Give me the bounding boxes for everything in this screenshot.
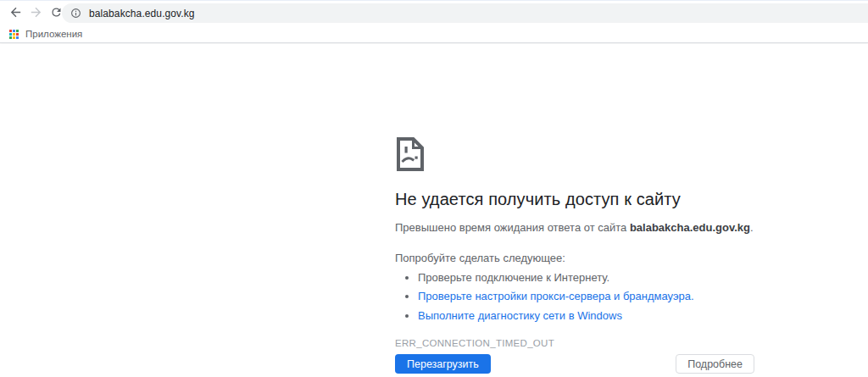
back-arrow-icon — [8, 5, 23, 23]
error-buttons-row: Перезагрузить Подробнее — [395, 354, 754, 374]
suggestion-proxy-firewall-link[interactable]: Проверьте настройки прокси-сервера и бра… — [418, 289, 754, 304]
back-button[interactable] — [6, 4, 25, 23]
browser-toolbar: balabakcha.edu.gov.kg — [0, 1, 868, 25]
address-bar[interactable]: balabakcha.edu.gov.kg — [62, 3, 868, 23]
error-domain: balabakcha.edu.gov.kg — [630, 221, 750, 234]
details-button[interactable]: Подробнее — [676, 354, 754, 374]
suggestion-heading: Попробуйте сделать следующее: — [395, 252, 754, 264]
reload-icon — [50, 6, 63, 22]
error-description-prefix: Превышено время ожидания ответа от сайта — [395, 221, 630, 234]
suggestion-network-diagnostics-link[interactable]: Выполните диагностику сети в Windows — [418, 308, 754, 324]
bookmarks-bar: Приложения — [0, 25, 868, 43]
error-page: Не удается получить доступ к сайту Превы… — [0, 44, 868, 377]
error-description: Превышено время ожидания ответа от сайта… — [395, 220, 754, 236]
error-content: Не удается получить доступ к сайту Превы… — [395, 136, 754, 348]
suggestion-list: Проверьте подключение к Интернету. Прове… — [395, 270, 754, 324]
url-text[interactable]: balabakcha.edu.gov.kg — [89, 8, 195, 19]
sad-page-icon — [395, 136, 426, 173]
forward-button[interactable] — [26, 4, 45, 23]
apps-grid-icon[interactable] — [9, 30, 19, 39]
bookmarks-apps-label[interactable]: Приложения — [25, 29, 82, 39]
reload-page-button[interactable]: Перезагрузить — [395, 354, 491, 374]
error-description-suffix: . — [750, 221, 754, 234]
error-code: ERR_CONNECTION_TIMED_OUT — [395, 338, 754, 348]
info-icon[interactable] — [70, 8, 81, 19]
error-title: Не удается получить доступ к сайту — [395, 190, 754, 209]
forward-arrow-icon — [29, 5, 43, 23]
suggestion-check-internet: Проверьте подключение к Интернету. — [418, 270, 754, 286]
